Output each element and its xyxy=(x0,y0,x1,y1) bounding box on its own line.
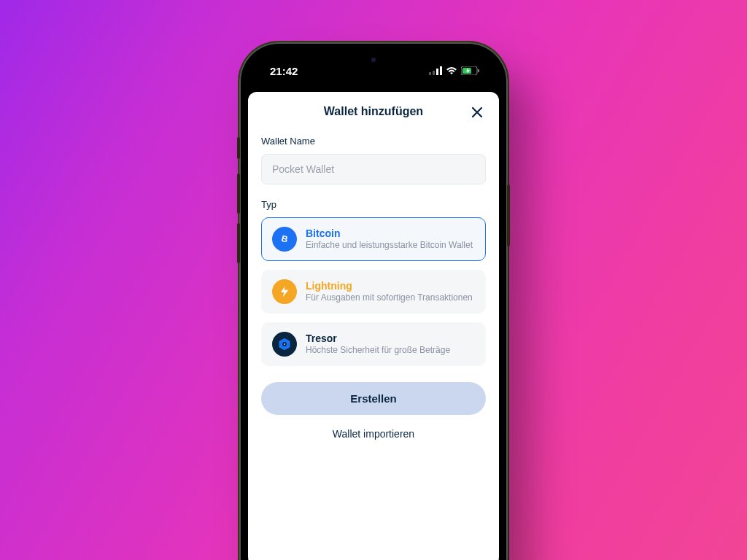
sheet-header: Wallet hinzufügen xyxy=(261,105,486,118)
wifi-icon xyxy=(446,66,457,75)
wallet-type-lightning[interactable]: Lightning Für Ausgaben mit sofortigen Tr… xyxy=(261,270,486,314)
wallet-name-input[interactable] xyxy=(261,154,486,184)
vault-icon xyxy=(272,332,297,357)
close-button[interactable] xyxy=(468,104,486,121)
status-indicators xyxy=(429,66,480,75)
svg-rect-0 xyxy=(429,72,431,75)
svg-rect-1 xyxy=(433,71,435,75)
phone-notch xyxy=(315,51,432,71)
wallet-type-title: Bitcoin xyxy=(306,228,475,239)
phone-screen: 21:42 Wallet hinzufügen Wallet Name Typ xyxy=(248,51,499,560)
create-button[interactable]: Erstellen xyxy=(261,382,486,415)
wallet-type-bitcoin[interactable]: B Bitcoin Einfache und leistungsstarke B… xyxy=(261,217,486,261)
add-wallet-sheet: Wallet hinzufügen Wallet Name Typ B Bitc… xyxy=(248,92,499,560)
wallet-name-label: Wallet Name xyxy=(261,136,486,147)
wallet-type-desc: Einfache und leistungsstarke Bitcoin Wal… xyxy=(306,240,475,252)
phone-frame: 21:42 Wallet hinzufügen Wallet Name Typ xyxy=(239,42,508,560)
svg-rect-2 xyxy=(436,69,438,75)
svg-text:B: B xyxy=(280,233,289,245)
wallet-type-label: Typ xyxy=(261,199,486,210)
close-icon xyxy=(471,106,484,119)
cellular-icon xyxy=(429,66,442,75)
import-wallet-link[interactable]: Wallet importieren xyxy=(261,428,486,440)
wallet-type-list: B Bitcoin Einfache und leistungsstarke B… xyxy=(261,217,486,366)
bitcoin-icon: B xyxy=(272,227,297,252)
svg-rect-5 xyxy=(478,69,479,72)
battery-icon xyxy=(461,66,480,75)
sheet-title: Wallet hinzufügen xyxy=(324,105,423,118)
phone-volume-up xyxy=(237,174,240,214)
phone-side-button xyxy=(237,137,240,159)
wallet-type-title: Lightning xyxy=(306,280,475,292)
status-time: 21:42 xyxy=(270,65,298,77)
svg-point-10 xyxy=(284,343,286,346)
wallet-type-title: Tresor xyxy=(306,332,475,344)
wallet-type-desc: Für Ausgaben mit sofortigen Transaktione… xyxy=(306,292,475,304)
lightning-icon xyxy=(272,279,297,304)
wallet-type-desc: Höchste Sicherheit für große Beträge xyxy=(306,345,475,357)
wallet-type-tresor[interactable]: Tresor Höchste Sicherheit für große Betr… xyxy=(261,322,486,366)
svg-rect-3 xyxy=(440,66,442,75)
phone-power-button xyxy=(507,184,510,246)
phone-volume-down xyxy=(237,223,240,263)
